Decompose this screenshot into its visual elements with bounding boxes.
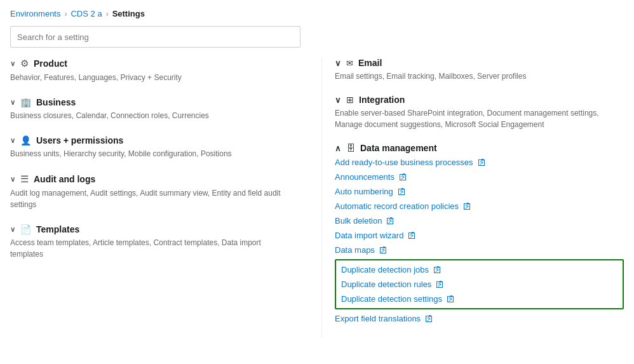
integration-icon: ⊞ [346, 95, 354, 105]
section-templates-desc: Access team templates, Article templates… [10, 237, 296, 260]
link-auto-numbering[interactable]: Auto numbering ↗ [335, 185, 624, 198]
link-add-ready-label: Add ready-to-use business processes [335, 158, 473, 167]
external-link-icon: ↗ [447, 296, 454, 302]
chevron-business [10, 98, 15, 107]
chevron-users [10, 137, 15, 145]
chevron-templates [10, 226, 15, 234]
section-integration-title: Integration [359, 95, 405, 105]
users-icon: 👤 [20, 135, 31, 145]
link-dup-rules-label: Duplicate detection rules [341, 280, 431, 289]
external-link-icon: ↗ [434, 267, 440, 273]
section-email: ✉ Email Email settings, Email tracking, … [335, 58, 624, 82]
link-dup-settings-label: Duplicate detection settings [341, 294, 442, 304]
link-auto-record-label: Automatic record creation policies [335, 201, 459, 211]
link-announcements-label: Announcements [335, 172, 395, 182]
right-column: ✉ Email Email settings, Email tracking, … [321, 58, 624, 338]
section-users: 👤 Users + permissions Business units, Hi… [10, 135, 296, 159]
email-icon: ✉ [346, 58, 353, 68]
breadcrumb-sep1: › [64, 10, 67, 18]
chevron-audit [10, 175, 15, 184]
section-templates-title: Templates [36, 224, 79, 234]
section-templates: 📄 Templates Access team templates, Artic… [10, 224, 296, 260]
section-templates-header[interactable]: 📄 Templates [10, 224, 296, 234]
section-audit-desc: Audit log management, Audit settings, Au… [10, 187, 296, 210]
chevron-datamgmt [335, 144, 341, 153]
section-product-desc: Behavior, Features, Languages, Privacy +… [10, 72, 296, 83]
link-dup-settings[interactable]: Duplicate detection settings ↗ [341, 292, 617, 306]
external-link-icon: ↗ [464, 203, 470, 210]
chevron-integration [335, 95, 341, 105]
chevron-product [10, 60, 15, 68]
link-bulk-deletion-label: Bulk deletion [335, 216, 382, 226]
section-audit-header[interactable]: ☰ Audit and logs [10, 173, 296, 185]
section-email-title: Email [358, 58, 382, 68]
templates-icon: 📄 [20, 224, 31, 234]
external-link-icon: ↗ [398, 189, 405, 195]
link-dup-jobs-label: Duplicate detection jobs [341, 265, 429, 274]
link-bulk-deletion[interactable]: Bulk deletion ↗ [335, 214, 624, 227]
section-users-desc: Business units, Hierarchy security, Mobi… [10, 148, 296, 159]
link-auto-numbering-label: Auto numbering [335, 187, 393, 196]
link-export-field[interactable]: Export field translations ↗ [335, 312, 624, 325]
section-datamgmt-title: Data management [360, 143, 437, 153]
link-dup-rules[interactable]: Duplicate detection rules ↗ [341, 278, 617, 291]
main-content: ⚙ Product Behavior, Features, Languages,… [0, 58, 634, 338]
section-business-header[interactable]: 🏢 Business [10, 97, 296, 107]
business-icon: 🏢 [20, 97, 31, 107]
external-link-icon: ↗ [400, 174, 406, 180]
external-link-icon: ↗ [436, 281, 443, 288]
section-users-header[interactable]: 👤 Users + permissions [10, 135, 296, 145]
section-integration-header[interactable]: ⊞ Integration [335, 95, 624, 105]
section-product-title: Product [34, 58, 67, 69]
section-business-desc: Business closures, Calendar, Connection … [10, 110, 296, 121]
section-business-title: Business [36, 97, 76, 107]
section-datamgmt-header[interactable]: 🗄 Data management [335, 143, 624, 153]
datamgmt-icon: 🗄 [346, 143, 355, 153]
link-data-import-label: Data import wizard [335, 231, 403, 240]
section-product: ⚙ Product Behavior, Features, Languages,… [10, 58, 296, 83]
section-users-title: Users + permissions [36, 135, 123, 145]
link-add-ready[interactable]: Add ready-to-use business processes ↗ [335, 156, 624, 169]
breadcrumb-environments[interactable]: Environments [10, 9, 60, 18]
section-audit-title: Audit and logs [34, 174, 95, 184]
chevron-email [335, 58, 341, 68]
external-link-icon: ↗ [380, 247, 386, 253]
external-link-icon: ↗ [426, 316, 432, 322]
link-data-maps-label: Data maps [335, 245, 375, 255]
section-integration-desc: Enable server-based SharePoint integrati… [335, 107, 624, 130]
section-product-header[interactable]: ⚙ Product [10, 58, 296, 69]
breadcrumb-cds[interactable]: CDS 2 a [71, 9, 102, 18]
external-link-icon: ↗ [387, 218, 393, 224]
section-audit: ☰ Audit and logs Audit log management, A… [10, 173, 296, 210]
section-email-header[interactable]: ✉ Email [335, 58, 624, 68]
search-bar [0, 24, 634, 58]
datamgmt-links: Add ready-to-use business processes ↗ An… [335, 156, 624, 325]
external-link-icon: ↗ [408, 233, 415, 239]
section-data-management: 🗄 Data management Add ready-to-use busin… [335, 143, 624, 325]
section-email-desc: Email settings, Email tracking, Mailboxe… [335, 71, 624, 82]
link-auto-record[interactable]: Automatic record creation policies ↗ [335, 199, 624, 213]
section-integration: ⊞ Integration Enable server-based ShareP… [335, 95, 624, 130]
link-data-import[interactable]: Data import wizard ↗ [335, 229, 624, 242]
breadcrumb: Environments › CDS 2 a › Settings [0, 0, 634, 24]
audit-icon: ☰ [20, 173, 29, 185]
external-link-icon: ↗ [478, 159, 485, 166]
breadcrumb-sep2: › [106, 10, 109, 18]
link-dup-jobs[interactable]: Duplicate detection jobs ↗ [341, 263, 617, 276]
link-export-field-label: Export field translations [335, 314, 421, 323]
gear-icon: ⚙ [20, 58, 29, 69]
search-input[interactable] [10, 26, 300, 48]
link-announcements[interactable]: Announcements ↗ [335, 170, 624, 184]
section-business: 🏢 Business Business closures, Calendar, … [10, 97, 296, 121]
left-column: ⚙ Product Behavior, Features, Languages,… [10, 58, 321, 338]
link-data-maps[interactable]: Data maps ↗ [335, 243, 624, 257]
duplicate-detection-highlight-box: Duplicate detection jobs ↗ Duplicate det… [335, 259, 624, 309]
breadcrumb-current: Settings [112, 9, 145, 18]
